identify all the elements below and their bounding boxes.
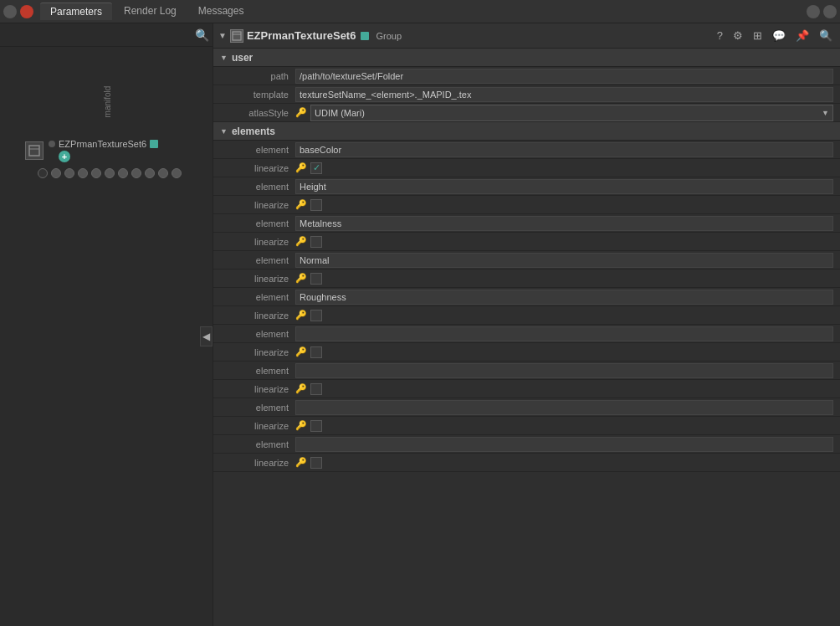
template-input[interactable]: [295, 87, 833, 102]
comment-button[interactable]: 💬: [770, 28, 788, 43]
linearize-label-6: linearize: [220, 384, 295, 394]
connector-2[interactable]: [51, 168, 61, 178]
linearize-key-icon-8: 🔑: [295, 457, 307, 468]
connector-11[interactable]: [172, 168, 182, 178]
group-label: Group: [376, 31, 402, 41]
element-label-2: element: [220, 218, 295, 228]
close-icon[interactable]: [20, 5, 33, 18]
element-field-5[interactable]: [300, 329, 829, 339]
element-input-7[interactable]: [295, 400, 833, 415]
elements-section-title: elements: [232, 126, 275, 137]
element-field-0[interactable]: [300, 145, 829, 155]
path-input[interactable]: [295, 69, 833, 84]
node-graph: ◀ manifold EZPrmanTextureSet6: [0, 47, 213, 626]
frame-button[interactable]: ⊞: [750, 28, 765, 43]
main-layout: 🔍 ◀ manifold EZPrmanTextureSet6: [0, 23, 840, 626]
linearize-key-icon-7: 🔑: [295, 420, 307, 431]
element-input-0[interactable]: [295, 142, 833, 157]
manifold-label: manifold: [103, 86, 112, 118]
element-input-3[interactable]: [295, 253, 833, 268]
top-icon-1[interactable]: [807, 5, 820, 18]
element-row-8: element: [213, 435, 840, 454]
node-label[interactable]: EZPrmanTextureSet6: [59, 139, 146, 149]
element-input-2[interactable]: [295, 216, 833, 231]
node-status-dot-gray: [49, 141, 55, 147]
linearize-checkbox-4[interactable]: [310, 310, 322, 321]
linearize-label-8: linearize: [220, 458, 295, 468]
atlas-style-row: atlasStyle 🔑 UDIM (Mari) ▼: [213, 104, 840, 122]
connector-5[interactable]: [91, 168, 101, 178]
element-field-8[interactable]: [300, 439, 829, 449]
linearize-row-7: linearize 🔑: [213, 417, 840, 435]
element-row-6: element: [213, 362, 840, 380]
element-input-8[interactable]: [295, 437, 833, 452]
section-collapse-arrow[interactable]: ▼: [218, 31, 227, 40]
linearize-key-icon-1: 🔑: [295, 199, 307, 210]
element-field-4[interactable]: [300, 292, 829, 302]
linearize-label-5: linearize: [220, 347, 295, 357]
help-button[interactable]: ?: [715, 28, 725, 43]
element-field-1[interactable]: [300, 182, 829, 192]
add-element-button[interactable]: +: [59, 151, 70, 162]
node-icon: [25, 141, 44, 160]
collapse-panel-button[interactable]: ◀: [200, 326, 213, 346]
element-row-3: element: [213, 251, 840, 269]
atlas-style-value: UDIM (Mari): [315, 108, 822, 118]
linearize-label-3: linearize: [220, 274, 295, 284]
linearize-checkbox-3[interactable]: [310, 273, 322, 285]
search-icon[interactable]: 🔍: [195, 28, 209, 42]
template-field[interactable]: [300, 90, 829, 100]
top-icon-2[interactable]: [823, 5, 837, 18]
linearize-row-8: linearize 🔑: [213, 454, 840, 472]
svg-rect-2: [233, 32, 241, 40]
element-input-5[interactable]: [295, 326, 833, 341]
connector-7[interactable]: [118, 168, 128, 178]
top-bar-right: [807, 5, 837, 18]
connector-4[interactable]: [78, 168, 88, 178]
linearize-checkbox-6[interactable]: [310, 383, 322, 395]
connector-8[interactable]: [131, 168, 141, 178]
panel-header-actions: ? ⚙ ⊞ 💬 📌 🔍: [715, 28, 835, 43]
connector-1[interactable]: [38, 168, 48, 178]
search-button[interactable]: 🔍: [817, 28, 835, 43]
elements-section-header[interactable]: ▼ elements: [213, 122, 840, 141]
linearize-checkbox-8[interactable]: [310, 457, 322, 469]
tab-messages[interactable]: Messages: [188, 3, 254, 20]
element-input-6[interactable]: [295, 363, 833, 378]
element-label-6: element: [220, 366, 295, 376]
linearize-checkbox-5[interactable]: [310, 346, 322, 358]
settings-button[interactable]: ⚙: [730, 28, 745, 43]
linearize-checkbox-2[interactable]: [310, 236, 322, 248]
element-field-3[interactable]: [300, 255, 829, 265]
atlas-key-icon: 🔑: [295, 107, 307, 118]
element-row-7: element: [213, 398, 840, 417]
tab-render-log[interactable]: Render Log: [114, 3, 187, 20]
linearize-row-1: linearize 🔑: [213, 196, 840, 214]
connector-3[interactable]: [64, 168, 74, 178]
linearize-row-2: linearize 🔑: [213, 233, 840, 251]
left-panel: 🔍 ◀ manifold EZPrmanTextureSet6: [0, 23, 213, 626]
connector-10[interactable]: [158, 168, 168, 178]
connector-6[interactable]: [105, 168, 115, 178]
tab-parameters[interactable]: Parameters: [40, 3, 112, 20]
linearize-row-5: linearize 🔑: [213, 343, 840, 362]
linearize-label-0: linearize: [220, 163, 295, 173]
user-section-header[interactable]: ▼ user: [213, 49, 840, 67]
connector-9[interactable]: [145, 168, 155, 178]
linearize-checkbox-1[interactable]: [310, 199, 322, 211]
linearize-checkbox-0[interactable]: ✓: [310, 162, 322, 174]
path-field[interactable]: [300, 71, 829, 81]
minimize-icon[interactable]: [3, 5, 17, 18]
element-field-7[interactable]: [300, 403, 829, 413]
element-field-2[interactable]: [300, 218, 829, 228]
element-input-4[interactable]: [295, 290, 833, 305]
element-field-6[interactable]: [300, 366, 829, 376]
atlas-style-dropdown[interactable]: UDIM (Mari) ▼: [310, 105, 833, 121]
pin-button[interactable]: 📌: [793, 28, 812, 43]
linearize-key-icon-4: 🔑: [295, 310, 307, 321]
left-toolbar: 🔍: [0, 23, 213, 47]
element-input-1[interactable]: [295, 179, 833, 194]
linearize-key-icon-0: 🔑: [295, 162, 307, 173]
linearize-label-4: linearize: [220, 310, 295, 321]
linearize-checkbox-7[interactable]: [310, 420, 322, 432]
